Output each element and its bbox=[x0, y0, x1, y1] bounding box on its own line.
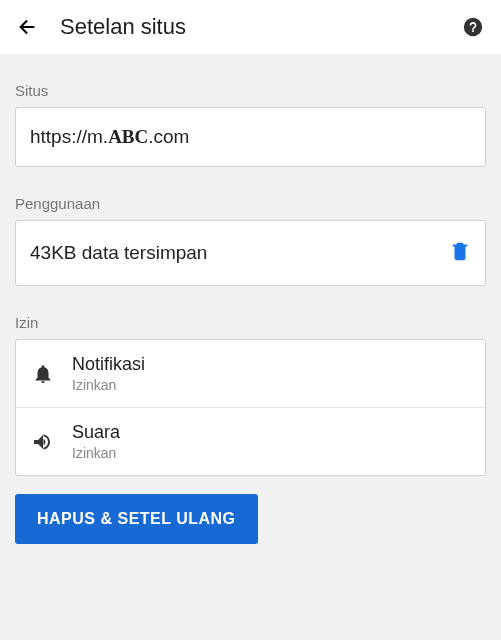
permission-notifications[interactable]: Notifikasi Izinkan bbox=[16, 340, 485, 407]
usage-label: Penggunaan bbox=[15, 195, 486, 212]
delete-usage-button[interactable] bbox=[449, 239, 471, 267]
svg-point-0 bbox=[464, 18, 482, 36]
content: Situs https://m.ABC.com Penggunaan 43KB … bbox=[0, 82, 501, 544]
bell-icon bbox=[30, 363, 56, 385]
permission-status: Izinkan bbox=[72, 445, 120, 461]
help-icon bbox=[462, 16, 484, 38]
back-button[interactable] bbox=[16, 15, 40, 39]
site-label: Situs bbox=[15, 82, 486, 99]
page-title: Setelan situs bbox=[60, 14, 441, 40]
permission-status: Izinkan bbox=[72, 377, 145, 393]
perms-label: Izin bbox=[15, 314, 486, 331]
permission-list: Notifikasi Izinkan Suara Izinkan bbox=[15, 339, 486, 476]
trash-icon bbox=[449, 239, 471, 263]
sound-icon bbox=[30, 430, 56, 454]
site-url: https://m.ABC.com bbox=[30, 126, 471, 148]
permission-title: Notifikasi bbox=[72, 354, 145, 375]
permission-title: Suara bbox=[72, 422, 120, 443]
site-card: https://m.ABC.com bbox=[15, 107, 486, 167]
reset-button[interactable]: HAPUS & SETEL ULANG bbox=[15, 494, 258, 544]
usage-text: 43KB data tersimpan bbox=[30, 242, 207, 264]
help-button[interactable] bbox=[461, 15, 485, 39]
header: Setelan situs bbox=[0, 0, 501, 54]
arrow-left-icon bbox=[17, 16, 39, 38]
permission-sound[interactable]: Suara Izinkan bbox=[16, 407, 485, 475]
usage-card: 43KB data tersimpan bbox=[15, 220, 486, 286]
